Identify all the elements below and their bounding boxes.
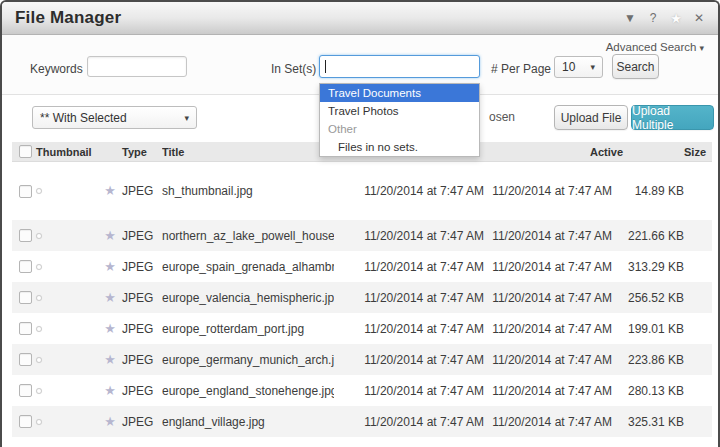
window-title: File Manager <box>2 8 121 28</box>
thumbnail[interactable] <box>36 388 42 394</box>
star-icon[interactable]: ★ <box>104 383 116 398</box>
favorite-star-icon[interactable]: ★ <box>669 12 683 25</box>
thumbnail[interactable] <box>36 233 42 239</box>
file-type: JPEG <box>122 415 162 429</box>
thumbnail[interactable] <box>36 295 42 301</box>
file-type: JPEG <box>122 229 162 243</box>
title-bar: File Manager ▼ ? ★ ✕ <box>2 2 718 35</box>
file-size: 14.89 KB <box>612 184 684 198</box>
file-type: JPEG <box>122 260 162 274</box>
upload-file-button[interactable]: Upload File <box>554 105 628 130</box>
file-active-date: 11/20/2014 at 7:47 AM <box>484 353 612 367</box>
search-button[interactable]: Search <box>612 54 659 79</box>
header-active: Active <box>554 146 646 158</box>
row-checkbox[interactable] <box>19 229 32 242</box>
table-row[interactable]: ★ JPEG europe_england_stonehenge.jpg 11/… <box>12 375 712 406</box>
file-title: europe_rotterdam_port.jpg <box>162 322 334 336</box>
file-active-date: 11/20/2014 at 7:47 AM <box>484 322 612 336</box>
close-icon[interactable]: ✕ <box>692 12 706 24</box>
table-row[interactable]: ★ JPEG europe_spain_grenada_alhambra.jpg… <box>12 251 712 282</box>
table-row[interactable]: ★ JPEG england_village.jpg 11/20/2014 at… <box>12 406 712 437</box>
file-title: sh_thumbnail.jpg <box>162 184 334 198</box>
file-type: JPEG <box>122 291 162 305</box>
dropdown-option[interactable]: Travel Documents <box>320 84 479 102</box>
table-body: ★ JPEG sh_thumbnail.jpg 11/20/2014 at 7:… <box>12 162 712 437</box>
star-icon[interactable]: ★ <box>104 352 116 367</box>
per-page-value: 10 <box>562 60 575 74</box>
keywords-input[interactable] <box>87 56 187 77</box>
in-sets-dropdown: Travel DocumentsTravel PhotosOtherFiles … <box>319 83 480 157</box>
file-size: 313.29 KB <box>612 260 684 274</box>
file-size: 280.13 KB <box>612 384 684 398</box>
chevron-down-icon: ▾ <box>184 113 189 123</box>
file-uploaded-date: 11/20/2014 at 7:47 AM <box>334 184 484 198</box>
star-icon[interactable]: ★ <box>104 228 116 243</box>
file-title: europe_valencia_hemispheric.jpg <box>162 291 334 305</box>
in-sets-label: In Set(s) <box>271 62 316 76</box>
row-checkbox[interactable] <box>19 322 32 335</box>
chevron-down-icon: ▾ <box>590 62 595 72</box>
titlebar-icons: ▼ ? ★ ✕ <box>623 12 718 25</box>
file-active-date: 11/20/2014 at 7:47 AM <box>484 229 612 243</box>
window-menu-icon[interactable]: ▼ <box>623 12 637 24</box>
file-active-date: 11/20/2014 at 7:47 AM <box>484 384 612 398</box>
advanced-search-link[interactable]: Advanced Search▾ <box>606 41 704 53</box>
file-uploaded-date: 11/20/2014 at 7:47 AM <box>334 260 484 274</box>
file-size: 223.86 KB <box>612 353 684 367</box>
upload-multiple-button[interactable]: Upload Multiple <box>631 105 714 130</box>
star-icon[interactable]: ★ <box>104 414 116 429</box>
row-checkbox[interactable] <box>19 185 32 198</box>
header-thumbnail: Thumbnail <box>36 146 98 158</box>
dropdown-option[interactable]: Files in no sets. <box>320 138 479 156</box>
thumbnail[interactable] <box>36 188 42 194</box>
dropdown-option[interactable]: Travel Photos <box>320 102 479 120</box>
row-checkbox[interactable] <box>19 291 32 304</box>
header-type: Type <box>122 146 162 158</box>
files-table: Thumbnail Type Title Active Size ★ JPEG … <box>12 142 712 437</box>
table-row[interactable]: ★ JPEG northern_az_lake_powell_house_boa… <box>12 220 712 251</box>
select-all-checkbox[interactable] <box>19 145 32 158</box>
thumbnail[interactable] <box>36 264 42 270</box>
keywords-label: Keywords <box>30 62 83 76</box>
file-type: JPEG <box>122 184 162 198</box>
star-icon[interactable]: ★ <box>104 290 116 305</box>
file-manager-dialog: File Manager ▼ ? ★ ✕ Advanced Search▾ Ke… <box>0 0 720 447</box>
per-page-select[interactable]: 10 ▾ <box>554 56 603 78</box>
file-type: JPEG <box>122 353 162 367</box>
dropdown-option[interactable]: Other <box>320 120 479 138</box>
file-title: europe_spain_grenada_alhambra.jpg <box>162 260 334 274</box>
with-selected-select[interactable]: ** With Selected ▾ <box>32 106 197 129</box>
file-size: 325.31 KB <box>612 415 684 429</box>
in-sets-input[interactable] <box>319 55 480 78</box>
file-type: JPEG <box>122 322 162 336</box>
row-checkbox[interactable] <box>19 260 32 273</box>
table-row[interactable]: ★ JPEG europe_germany_munich_arch.jpg 11… <box>12 344 712 375</box>
file-size: 256.52 KB <box>612 291 684 305</box>
table-row[interactable]: ★ JPEG europe_rotterdam_port.jpg 11/20/2… <box>12 313 712 344</box>
table-row[interactable]: ★ JPEG sh_thumbnail.jpg 11/20/2014 at 7:… <box>12 162 712 220</box>
file-uploaded-date: 11/20/2014 at 7:47 AM <box>334 353 484 367</box>
file-chosen-text: osen <box>489 110 515 124</box>
star-icon[interactable]: ★ <box>104 259 116 274</box>
thumbnail[interactable] <box>36 357 42 363</box>
file-title: europe_england_stonehenge.jpg <box>162 384 334 398</box>
search-button-label: Search <box>616 60 654 74</box>
star-icon[interactable]: ★ <box>104 183 116 198</box>
help-icon[interactable]: ? <box>646 12 660 24</box>
file-title: northern_az_lake_powell_house_boats.jpg <box>162 229 334 243</box>
file-active-date: 11/20/2014 at 7:47 AM <box>484 260 612 274</box>
row-checkbox[interactable] <box>19 384 32 397</box>
file-active-date: 11/20/2014 at 7:47 AM <box>484 415 612 429</box>
row-checkbox[interactable] <box>19 353 32 366</box>
star-icon[interactable]: ★ <box>104 321 116 336</box>
file-size: 199.01 KB <box>612 322 684 336</box>
text-cursor <box>325 60 326 73</box>
thumbnail[interactable] <box>36 326 42 332</box>
table-row[interactable]: ★ JPEG europe_valencia_hemispheric.jpg 1… <box>12 282 712 313</box>
row-checkbox[interactable] <box>19 415 32 428</box>
with-selected-value: ** With Selected <box>40 111 127 125</box>
file-uploaded-date: 11/20/2014 at 7:47 AM <box>334 322 484 336</box>
upload-file-label: Upload File <box>561 111 622 125</box>
advanced-search-label: Advanced Search <box>606 41 697 53</box>
thumbnail[interactable] <box>36 419 42 425</box>
